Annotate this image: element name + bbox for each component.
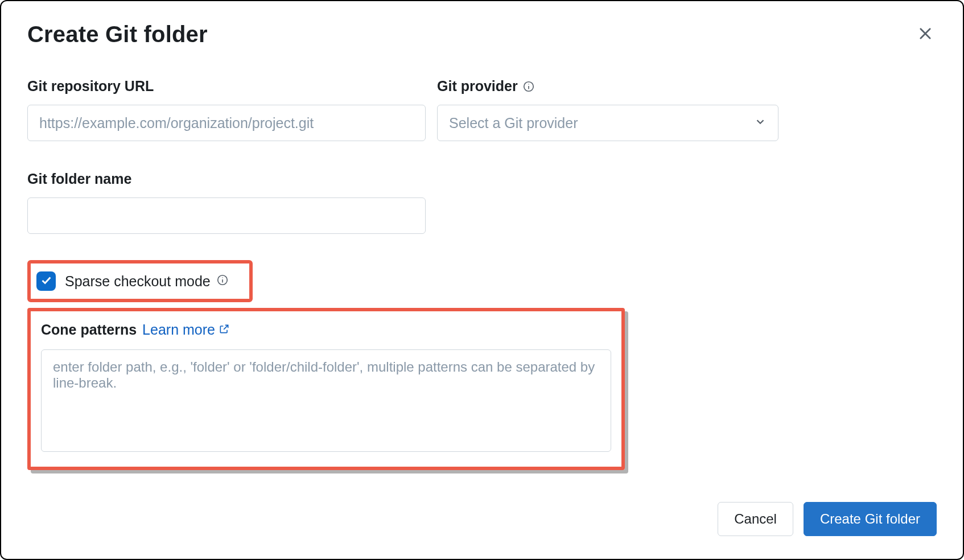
cone-patterns-title: Cone patterns (41, 322, 137, 338)
cone-patterns-header: Cone patterns Learn more (41, 322, 611, 338)
field-folder-name: Git folder name (27, 171, 426, 234)
info-icon[interactable] (216, 273, 229, 290)
git-provider-select[interactable]: Select a Git provider (437, 105, 778, 141)
cone-patterns-highlight: Cone patterns Learn more (27, 308, 625, 470)
repo-url-input[interactable] (27, 105, 426, 141)
dialog-header: Create Git folder (1, 1, 963, 53)
dialog-title: Create Git folder (27, 22, 208, 47)
folder-name-input[interactable] (27, 197, 426, 234)
learn-more-label: Learn more (142, 322, 215, 338)
folder-name-label: Git folder name (27, 171, 426, 187)
sparse-checkout-checkbox[interactable] (36, 271, 56, 291)
create-git-folder-button[interactable]: Create Git folder (804, 502, 937, 536)
cone-patterns-textarea[interactable] (41, 349, 611, 452)
git-provider-label: Git provider (437, 78, 778, 94)
close-icon (917, 26, 933, 43)
field-git-provider: Git provider Select a Git provider (437, 78, 778, 141)
field-repo-url: Git repository URL (27, 78, 426, 141)
dialog-body: Git repository URL Git provider Select a… (1, 53, 963, 470)
svg-point-2 (528, 84, 529, 84)
learn-more-link[interactable]: Learn more (142, 322, 230, 338)
git-provider-label-text: Git provider (437, 78, 518, 94)
repo-url-label: Git repository URL (27, 78, 426, 94)
close-button[interactable] (914, 23, 937, 46)
check-icon (40, 274, 52, 289)
sparse-checkout-label-text: Sparse checkout mode (65, 273, 211, 290)
sparse-checkout-highlight: Sparse checkout mode (27, 260, 253, 302)
git-provider-placeholder: Select a Git provider (449, 115, 578, 131)
chevron-down-icon (754, 115, 767, 131)
create-git-folder-dialog: Create Git folder Git repository URL Git… (0, 0, 964, 560)
dialog-footer: Cancel Create Git folder (718, 502, 937, 536)
cancel-button[interactable]: Cancel (718, 502, 793, 536)
info-icon[interactable] (522, 80, 535, 93)
row-url-provider: Git repository URL Git provider Select a… (27, 78, 937, 141)
external-link-icon (219, 322, 230, 338)
sparse-checkout-label: Sparse checkout mode (65, 273, 229, 290)
svg-point-5 (222, 277, 223, 278)
